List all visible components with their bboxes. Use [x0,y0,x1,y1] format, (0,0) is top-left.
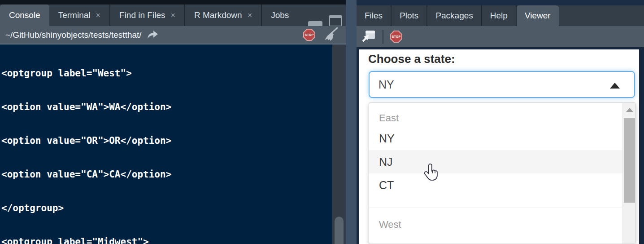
tab-r-markdown[interactable]: R Markdown × [185,4,262,26]
option-nj[interactable]: NJ [369,150,622,173]
console-text[interactable]: <optgroup label="West"> <option value="W… [0,44,332,244]
pane-window-controls [308,14,342,27]
optgroup-divider [369,208,622,208]
tab-terminal-label: Terminal [58,10,91,20]
tab-terminal[interactable]: Terminal × [49,4,110,26]
state-select-input[interactable]: NY [369,71,635,98]
console-output-line: </optgroup> [1,203,332,214]
interrupt-r-stop-button[interactable]: STOP [303,29,315,41]
optgroup-label-west: West [369,216,622,233]
open-in-new-window-icon[interactable] [362,29,376,44]
tab-jobs[interactable]: Jobs [262,4,298,26]
option-ct[interactable]: CT [369,173,622,197]
tab-packages-label: Packages [435,11,473,21]
tab-packages[interactable]: Packages [427,5,482,26]
state-select-dropdown: East NY NJ CT West WA [369,102,636,244]
tab-plots-label: Plots [400,11,418,21]
console-scrollbar-thumb[interactable] [335,217,344,244]
select-current-value: NY [379,78,394,91]
close-icon[interactable]: × [170,11,175,20]
dropdown-options-list: East NY NJ CT West WA [369,103,622,244]
console-output-area: <optgroup label="West"> <option value="W… [0,44,346,244]
optgroup-label-east: East [369,110,622,127]
viewer-pane-tabbar: Files Plots Packages Help Viewer [357,5,644,26]
shiny-app-page: Choose a state: NY East NY NJ CT West WA [359,49,639,244]
clear-console-broom-icon[interactable] [323,27,339,43]
dropdown-scrollbar-thumb[interactable] [624,118,635,203]
tab-find-in-files-label: Find in Files [119,10,165,20]
console-output-line: <optgroup label="West"> [1,68,332,79]
option-ny[interactable]: NY [369,127,622,150]
tab-console[interactable]: Console [0,4,49,26]
maximize-pane-icon[interactable] [329,15,342,27]
chevron-up-icon [610,83,620,89]
scrollbar-up-arrow-icon[interactable] [626,108,633,112]
console-output-line: <option value="WA">WA</option> [1,102,332,113]
select-input-label: Choose a state: [368,52,455,66]
tab-jobs-label: Jobs [271,10,289,20]
tab-files-label: Files [365,11,383,21]
tab-files[interactable]: Files [357,5,392,26]
console-output-line: <option value="CA">CA</option> [1,169,332,180]
viewer-pane: Files Plots Packages Help Viewer [357,0,644,244]
stop-icon-label: STOP [304,30,314,40]
console-titlebar-icons: STOP [303,27,340,43]
console-scrollbar[interactable] [332,44,346,244]
mouse-pointer-cursor [424,163,439,185]
console-pane: Console Terminal × Find in Files × R Mar… [0,0,346,244]
viewer-content-area: Choose a state: NY East NY NJ CT West WA [357,47,644,244]
stop-icon-label: STOP [391,31,401,42]
tab-viewer-label: Viewer [525,11,551,21]
tab-find-in-files[interactable]: Find in Files × [110,4,185,26]
console-output-line: <option value="OR">OR</option> [1,135,332,146]
stop-app-button[interactable]: STOP [390,31,402,43]
console-output-line: <optgroup label="Midwest"> [1,236,332,244]
viewer-toolbar: STOP [357,26,644,47]
close-icon[interactable]: × [248,11,252,20]
rstudio-window: Console Terminal × Find in Files × R Mar… [0,0,644,244]
tab-r-markdown-label: R Markdown [194,10,242,20]
console-titlebar: ~/GitHub/shinyobjects/tests/testthat/ ST… [0,26,346,44]
tab-help[interactable]: Help [482,5,517,26]
option-wa[interactable]: WA [369,237,622,244]
dropdown-scrollbar[interactable] [622,103,635,244]
tab-viewer[interactable]: Viewer [517,5,559,26]
tab-console-label: Console [9,10,40,20]
toolbar-separator [383,30,383,44]
tab-help-label: Help [490,11,508,21]
console-pane-tabbar: Console Terminal × Find in Files × R Mar… [0,4,346,26]
tab-plots[interactable]: Plots [392,5,427,26]
close-icon[interactable]: × [96,11,101,20]
goto-directory-arrow-icon[interactable] [146,30,158,40]
working-directory-path: ~/GitHub/shinyobjects/tests/testthat/ [5,30,142,40]
